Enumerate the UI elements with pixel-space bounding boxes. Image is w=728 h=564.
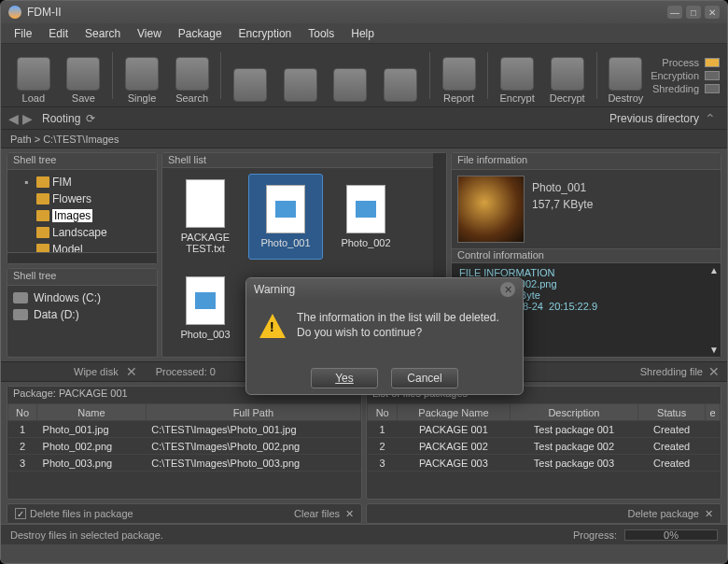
dialog-cancel-button[interactable]: Cancel [391, 368, 458, 388]
dialog-yes-button[interactable]: Yes [311, 368, 378, 388]
control-info-head: Control information [452, 248, 721, 263]
table-row: 1Photo_001.jpgC:\TEST\Images\Photo_001.j… [8, 421, 361, 438]
dialog-title: Warning [254, 283, 500, 296]
menu-tools[interactable]: Tools [301, 25, 342, 42]
menubar: File Edit Search View Package Encryption… [1, 23, 727, 44]
delete-files-label[interactable]: Delete files in package [30, 508, 133, 519]
encrypt-icon [500, 57, 534, 91]
packages-list-panel: List of files packages NoPackage NameDes… [366, 386, 721, 500]
decrypt-button[interactable]: Decrypt [542, 48, 593, 104]
tree-item[interactable]: Landscape [11, 224, 153, 241]
statusbar: Destroy files in selected package. Progr… [1, 524, 727, 544]
scroll-down-icon[interactable]: ▼ [709, 345, 719, 355]
progress-bar: 0% [624, 529, 718, 541]
shredding-label: Shredding [652, 83, 699, 94]
encrypt-button[interactable]: Encrypt [492, 48, 542, 104]
tool-button-5[interactable] [225, 48, 275, 104]
tool-icon [333, 68, 367, 102]
titlebar[interactable]: FDM-II — □ ✕ [1, 1, 727, 23]
drive-icon [13, 292, 28, 303]
scrollbar-horizontal[interactable] [7, 252, 157, 263]
destroy-icon [609, 57, 642, 91]
menu-package[interactable]: Package [171, 25, 230, 42]
preview-thumbnail [457, 176, 525, 243]
folder-icon [36, 210, 49, 221]
table-row: 3PACKAGE 003Test package 003Created [368, 455, 721, 472]
search-icon [175, 57, 209, 91]
menu-search[interactable]: Search [77, 25, 128, 42]
folder-icon [36, 227, 49, 238]
tool-button-7[interactable] [326, 48, 376, 104]
destroy-button[interactable]: Destroy [601, 48, 651, 104]
drive-item[interactable]: Windows (C:) [13, 289, 151, 306]
tool-icon [233, 68, 267, 102]
clear-files-icon[interactable]: ✕ [345, 508, 354, 520]
folder-icon [36, 244, 49, 252]
encryption-label: Encryption [651, 70, 699, 81]
table-row: 2Photo_002.pngC:\TEST\Images\Photo_002.p… [8, 438, 361, 455]
packages-list-table[interactable]: NoPackage NameDescriptionStatuse 1PACKAG… [367, 403, 721, 472]
package-foot: ✓ Delete files in package Clear files✕ [7, 503, 362, 524]
refresh-icon[interactable]: ⟳ [86, 112, 95, 125]
file-item-selected[interactable]: Photo_001 [248, 174, 323, 260]
file-item[interactable]: Photo_002 [329, 174, 403, 260]
prev-dir-icon[interactable]: ⌃ [705, 111, 716, 126]
delete-package-icon[interactable]: ✕ [705, 508, 713, 520]
drive-item[interactable]: Data (D:) [13, 306, 151, 323]
menu-encryption[interactable]: Encryption [231, 25, 300, 42]
table-row: 2PACKAGE 002Test package 002Created [368, 438, 721, 455]
shell-tree[interactable]: ▪FIM Flowers Images Landscape Model [7, 170, 157, 252]
menu-help[interactable]: Help [343, 25, 382, 42]
nav-forward-icon[interactable]: ▶ [22, 111, 33, 126]
drives-panel: Shell tree Windows (C:) Data (D:) [7, 268, 158, 358]
nav-back-icon[interactable]: ◀ [8, 111, 19, 126]
delete-package-label[interactable]: Delete package [628, 508, 699, 519]
prev-dir-label[interactable]: Previous directory [609, 112, 699, 125]
file-info-head: File information [452, 153, 721, 170]
maximize-button[interactable]: □ [686, 6, 701, 19]
package-files-table[interactable]: NoNameFull Path 1Photo_001.jpgC:\TEST\Im… [7, 403, 361, 472]
tree-item-selected[interactable]: Images [11, 207, 153, 224]
menu-view[interactable]: View [130, 25, 169, 42]
wipe-disk-label[interactable]: Wipe disk [74, 366, 119, 377]
load-button[interactable]: Load [8, 48, 59, 104]
shredding-indicator [705, 84, 720, 93]
tool-icon [284, 68, 317, 102]
single-button[interactable]: Single [117, 48, 167, 104]
menu-edit[interactable]: Edit [41, 25, 76, 42]
clear-files-label[interactable]: Clear files [294, 508, 340, 519]
shredding-file-icon[interactable]: ✕ [708, 364, 720, 379]
save-icon [66, 57, 100, 91]
close-button[interactable]: ✕ [705, 6, 720, 19]
tool-button-8[interactable] [375, 48, 426, 104]
report-button[interactable]: Report [434, 48, 484, 104]
file-size: 157,7 KByte [532, 198, 593, 211]
package-files-panel: Package: PACKAGE 001 NoNameFull Path 1Ph… [7, 386, 362, 500]
dialog-titlebar[interactable]: Warning ✕ [246, 278, 523, 301]
save-button[interactable]: Save [59, 48, 109, 104]
shell-list-head: Shell list [162, 153, 433, 168]
wipe-disk-icon[interactable]: ✕ [126, 364, 137, 379]
minimize-button[interactable]: — [667, 6, 682, 19]
dialog-close-button[interactable]: ✕ [500, 282, 515, 297]
load-icon [17, 57, 50, 91]
drive-icon [13, 309, 28, 320]
shell-tree-panel: Shell tree ▪FIM Flowers Images Landscape… [7, 152, 158, 264]
table-row: 3Photo_003.pngC:\TEST\Images\Photo_003.p… [8, 455, 361, 472]
file-name: Photo_001 [532, 181, 593, 194]
tree-item[interactable]: Model [11, 241, 153, 252]
main-window: FDM-II — □ ✕ File Edit Search View Packa… [0, 0, 728, 564]
tree-item[interactable]: Flowers [11, 190, 153, 207]
tool-icon [384, 68, 417, 102]
search-button[interactable]: Search [167, 48, 217, 104]
tool-button-6[interactable] [275, 48, 326, 104]
file-item[interactable]: PACKAGE TEST.txt [168, 174, 243, 260]
file-item[interactable]: Photo_003 [168, 265, 243, 351]
delete-files-checkbox[interactable]: ✓ [15, 508, 26, 519]
scroll-up-icon[interactable]: ▲ [709, 265, 719, 275]
shredding-file-label[interactable]: Shredding file [640, 366, 703, 377]
decrypt-icon [551, 57, 584, 91]
menu-file[interactable]: File [7, 25, 39, 42]
tree-item[interactable]: ▪FIM [11, 174, 153, 190]
rooting-label[interactable]: Rooting [42, 112, 80, 125]
